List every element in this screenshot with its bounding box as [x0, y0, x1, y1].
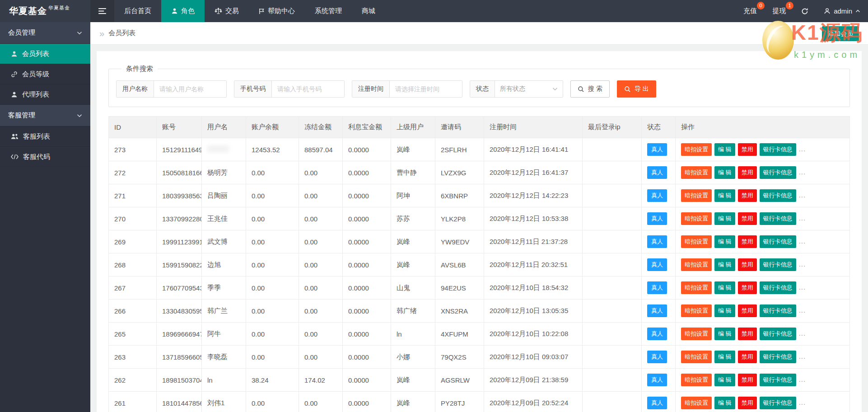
hidden-deduct-button[interactable]: 暗扣设置	[681, 397, 712, 409]
hidden-deduct-button[interactable]: 暗扣设置	[681, 258, 712, 271]
nav-trade[interactable]: 交易	[205, 0, 249, 22]
hidden-deduct-button[interactable]: 暗扣设置	[681, 328, 712, 340]
more-actions[interactable]: ...	[799, 191, 806, 199]
edit-button[interactable]: 编 辑	[714, 328, 735, 340]
edit-button[interactable]: 编 辑	[714, 166, 735, 179]
edit-button[interactable]: 编 辑	[714, 189, 735, 202]
nav-system[interactable]: 系统管理	[305, 0, 352, 22]
hidden-deduct-button[interactable]: 暗扣设置	[681, 212, 712, 225]
bank-card-info-button[interactable]: 银行卡信息	[760, 374, 796, 386]
status-badge[interactable]: 真人	[647, 304, 667, 317]
status-badge[interactable]: 真人	[647, 281, 667, 294]
refresh-button[interactable]	[793, 0, 816, 22]
bank-card-info-button[interactable]: 银行卡信息	[760, 212, 796, 225]
admin-menu[interactable]: admin	[816, 0, 868, 22]
disable-button[interactable]: 禁用	[738, 304, 757, 317]
disable-button[interactable]: 禁用	[738, 166, 757, 179]
nav-help-center[interactable]: 帮助中心	[249, 0, 305, 22]
bank-card-info-button[interactable]: 银行卡信息	[760, 143, 796, 156]
bank-card-info-button[interactable]: 银行卡信息	[760, 328, 796, 340]
disable-button[interactable]: 禁用	[738, 351, 757, 363]
more-actions[interactable]: ...	[799, 283, 806, 291]
add-member-button[interactable]: 添加会员	[822, 26, 859, 41]
hidden-deduct-button[interactable]: 暗扣设置	[681, 166, 712, 179]
disable-button[interactable]: 禁用	[738, 189, 757, 202]
more-actions[interactable]: ...	[799, 237, 806, 245]
hidden-deduct-button[interactable]: 暗扣设置	[681, 351, 712, 363]
disable-button[interactable]: 禁用	[738, 374, 757, 386]
sidebar-group-service-management[interactable]: 客服管理	[0, 105, 90, 126]
status-badge[interactable]: 真人	[647, 189, 667, 202]
more-actions[interactable]: ...	[799, 375, 806, 383]
hidden-deduct-button[interactable]: 暗扣设置	[681, 281, 712, 294]
disable-button[interactable]: 禁用	[738, 397, 757, 409]
disable-button[interactable]: 禁用	[738, 235, 757, 248]
register-time-input[interactable]	[390, 81, 462, 97]
nav-roles[interactable]: 角色	[161, 0, 205, 22]
bank-card-info-button[interactable]: 银行卡信息	[760, 281, 796, 294]
cell-interest: 0.0000	[343, 346, 391, 369]
edit-button[interactable]: 编 辑	[714, 397, 735, 409]
more-actions[interactable]: ...	[799, 398, 806, 406]
disable-button[interactable]: 禁用	[738, 212, 757, 225]
edit-button[interactable]: 编 辑	[714, 304, 735, 317]
edit-button[interactable]: 编 辑	[714, 281, 735, 294]
sidebar-item-service-code[interactable]: 客服代码	[0, 147, 90, 167]
status-badge[interactable]: 真人	[647, 212, 667, 225]
edit-button[interactable]: 编 辑	[714, 258, 735, 271]
bank-card-info-button[interactable]: 银行卡信息	[760, 304, 796, 317]
bank-card-info-button[interactable]: 银行卡信息	[760, 351, 796, 363]
status-badge[interactable]: 真人	[647, 397, 667, 409]
sidebar-item-service-list[interactable]: 客服列表	[0, 126, 90, 147]
more-actions[interactable]: ...	[799, 145, 806, 153]
status-badge[interactable]: 真人	[647, 328, 667, 340]
username-input[interactable]	[154, 81, 226, 97]
sidebar-item-agent-list[interactable]: 代理列表	[0, 84, 90, 105]
sidebar-item-member-list[interactable]: 会员列表	[0, 44, 90, 64]
withdraw-button[interactable]: 提现 1	[765, 0, 793, 22]
edit-button[interactable]: 编 辑	[714, 143, 735, 156]
menu-toggle-button[interactable]	[90, 0, 114, 22]
phone-input[interactable]	[272, 81, 344, 97]
disable-button[interactable]: 禁用	[738, 328, 757, 340]
hidden-deduct-button[interactable]: 暗扣设置	[681, 189, 712, 202]
disable-button[interactable]: 禁用	[738, 143, 757, 156]
more-actions[interactable]: ...	[799, 306, 806, 314]
more-actions[interactable]: ...	[799, 352, 806, 360]
sidebar-group-member-management[interactable]: 会员管理	[0, 22, 90, 44]
more-actions[interactable]: ...	[799, 260, 806, 268]
hidden-deduct-button[interactable]: 暗扣设置	[681, 143, 712, 156]
more-actions[interactable]: ...	[799, 329, 806, 337]
hidden-deduct-button[interactable]: 暗扣设置	[681, 374, 712, 386]
status-badge[interactable]: 真人	[647, 235, 667, 248]
edit-button[interactable]: 编 辑	[714, 235, 735, 248]
bank-card-info-button[interactable]: 银行卡信息	[760, 397, 796, 409]
recharge-button[interactable]: 充值 0	[736, 0, 765, 22]
status-badge[interactable]: 真人	[647, 258, 667, 271]
bank-card-info-button[interactable]: 银行卡信息	[760, 258, 796, 271]
disable-button[interactable]: 禁用	[738, 281, 757, 294]
bank-card-info-button[interactable]: 银行卡信息	[760, 189, 796, 202]
edit-button[interactable]: 编 辑	[714, 351, 735, 363]
hidden-deduct-button[interactable]: 暗扣设置	[681, 235, 712, 248]
hidden-deduct-button[interactable]: 暗扣设置	[681, 304, 712, 317]
table-row: 26717607709543季季0.000.000.0000山鬼94E2US20…	[109, 276, 850, 300]
nav-mall[interactable]: 商城	[352, 0, 385, 22]
status-select[interactable]: 所有状态	[495, 81, 563, 97]
nav-home[interactable]: 后台首页	[114, 0, 161, 22]
export-button[interactable]: 导 出	[617, 80, 656, 98]
cell-actions: 暗扣设置编 辑禁用银行卡信息...	[676, 138, 850, 161]
sidebar-item-member-level[interactable]: 会员等级	[0, 64, 90, 84]
disable-button[interactable]: 禁用	[738, 258, 757, 271]
search-button[interactable]: 搜 索	[570, 80, 610, 98]
status-badge[interactable]: 真人	[647, 374, 667, 386]
edit-button[interactable]: 编 辑	[714, 374, 735, 386]
status-badge[interactable]: 真人	[647, 351, 667, 363]
bank-card-info-button[interactable]: 银行卡信息	[760, 166, 796, 179]
edit-button[interactable]: 编 辑	[714, 212, 735, 225]
status-badge[interactable]: 真人	[647, 143, 667, 156]
bank-card-info-button[interactable]: 银行卡信息	[760, 235, 796, 248]
status-badge[interactable]: 真人	[647, 166, 667, 179]
more-actions[interactable]: ...	[799, 168, 806, 176]
more-actions[interactable]: ...	[799, 214, 806, 222]
